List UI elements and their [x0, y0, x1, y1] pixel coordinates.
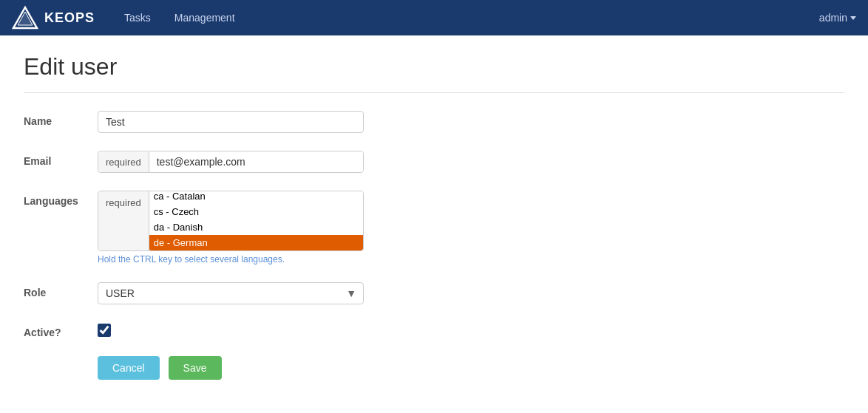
- languages-row: Languages required bg - Bulgarian ca - C…: [24, 191, 541, 264]
- active-field: [98, 322, 541, 337]
- active-checkbox[interactable]: [98, 324, 111, 337]
- languages-field: required bg - Bulgarian ca - Catalan cs …: [98, 191, 541, 264]
- cancel-button[interactable]: Cancel: [98, 356, 160, 380]
- lang-option-cs[interactable]: cs - Czech: [149, 204, 363, 219]
- languages-required-badge: required: [98, 191, 149, 250]
- admin-menu[interactable]: admin: [819, 12, 856, 24]
- lang-option-ca[interactable]: ca - Catalan: [149, 191, 363, 204]
- languages-select[interactable]: bg - Bulgarian ca - Catalan cs - Czech d…: [149, 191, 363, 250]
- lang-option-da[interactable]: da - Danish: [149, 219, 363, 235]
- page-title: Edit user: [24, 53, 844, 81]
- navbar-brand[interactable]: KEOPS: [12, 4, 95, 31]
- form-buttons: Cancel Save: [24, 356, 541, 380]
- nav-management[interactable]: Management: [163, 0, 247, 35]
- admin-caret-icon: [850, 16, 856, 20]
- role-label: Role: [24, 282, 98, 298]
- email-row: Email required: [24, 151, 541, 173]
- svg-marker-1: [18, 12, 33, 25]
- name-row: Name: [24, 111, 541, 133]
- admin-label: admin: [819, 12, 847, 24]
- languages-label: Languages: [24, 191, 98, 207]
- active-checkbox-wrapper: [98, 324, 541, 337]
- nav-tasks[interactable]: Tasks: [112, 0, 163, 35]
- role-select[interactable]: USER ADMIN MANAGER: [98, 282, 364, 304]
- page-content: Edit user Name Email required Languages: [0, 35, 868, 397]
- brand-name: KEOPS: [44, 10, 95, 26]
- role-row: Role USER ADMIN MANAGER ▼: [24, 282, 541, 304]
- divider: [24, 92, 844, 93]
- email-input[interactable]: [149, 151, 363, 172]
- lang-option-de[interactable]: de - German: [149, 235, 363, 250]
- email-wrapper: required: [98, 151, 364, 173]
- role-field: USER ADMIN MANAGER ▼: [98, 282, 541, 304]
- brand-logo-icon: [12, 4, 38, 31]
- save-button[interactable]: Save: [169, 356, 222, 380]
- email-label: Email: [24, 151, 98, 167]
- navbar-links: Tasks Management: [112, 0, 819, 35]
- edit-user-form: Name Email required Languages required: [24, 111, 541, 380]
- name-input[interactable]: [98, 111, 364, 133]
- active-row: Active?: [24, 322, 541, 338]
- email-required-badge: required: [98, 152, 149, 172]
- languages-hint: Hold the CTRL key to select several lang…: [98, 254, 541, 264]
- email-field: required: [98, 151, 541, 173]
- navbar: KEOPS Tasks Management admin: [0, 0, 868, 35]
- name-label: Name: [24, 111, 98, 127]
- role-select-wrapper: USER ADMIN MANAGER ▼: [98, 282, 364, 304]
- active-label: Active?: [24, 322, 98, 338]
- languages-wrapper: required bg - Bulgarian ca - Catalan cs …: [98, 191, 364, 251]
- name-field: [98, 111, 541, 133]
